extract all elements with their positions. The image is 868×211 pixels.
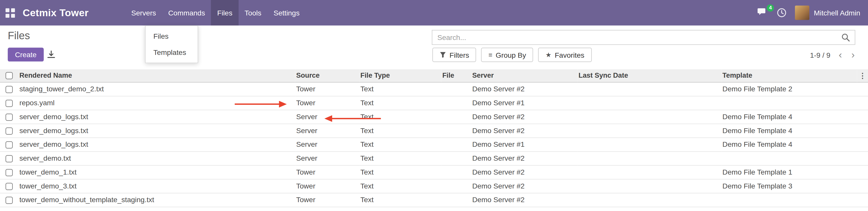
row-checkbox[interactable] <box>6 155 13 162</box>
cell-template[interactable]: Demo File Template 4 <box>721 138 857 151</box>
cell-server[interactable]: Demo Server #1 <box>471 138 577 151</box>
cell-server[interactable]: Demo Server #2 <box>471 110 577 124</box>
apps-grid-icon[interactable] <box>6 8 15 18</box>
column-header-file-type[interactable]: File Type <box>359 69 441 82</box>
cell-rendered-name[interactable]: server_demo_logs.txt <box>18 123 295 138</box>
cell-file-type[interactable]: Text <box>359 193 441 207</box>
filters-button[interactable]: Filters <box>432 48 476 62</box>
row-checkbox[interactable] <box>6 183 13 190</box>
cell-rendered-name[interactable]: repos.yaml <box>18 96 295 110</box>
column-header-template[interactable]: Template <box>721 69 857 82</box>
table-row[interactable]: staging_tower_demo_2.txtTowerTextDemo Se… <box>0 82 868 96</box>
favorites-button[interactable]: ★ Favorites <box>538 48 591 62</box>
cell-server[interactable]: Demo Server #2 <box>471 82 577 96</box>
table-row[interactable]: tower_demo_1.txtTowerTextDemo Server #2D… <box>0 165 868 179</box>
group-by-button[interactable]: ≡ Group By <box>481 48 533 62</box>
row-checkbox[interactable] <box>6 142 13 149</box>
cell-server[interactable]: Demo Server #2 <box>471 123 577 138</box>
cell-template[interactable]: Demo File Template 2 <box>721 82 857 96</box>
cell-file[interactable] <box>441 123 471 138</box>
table-row[interactable]: tower_demo_without_template_staging.txtT… <box>0 193 868 207</box>
cell-rendered-name[interactable]: tower_demo_without_template_staging.txt <box>18 193 295 207</box>
cell-file[interactable] <box>441 96 471 110</box>
cell-source[interactable]: Tower <box>295 96 359 110</box>
cell-file-type[interactable]: Text <box>359 96 441 110</box>
column-header-last-sync-date[interactable]: Last Sync Date <box>577 69 721 82</box>
menu-item-files[interactable]: Files <box>211 0 238 26</box>
export-button[interactable] <box>43 48 59 61</box>
cell-rendered-name[interactable]: server_demo.txt <box>18 151 295 165</box>
cell-source[interactable]: Server <box>295 123 359 138</box>
dropdown-item-templates[interactable]: Templates <box>146 44 198 60</box>
cell-source[interactable]: Tower <box>295 193 359 207</box>
row-checkbox[interactable] <box>6 114 13 121</box>
cell-file[interactable] <box>441 179 471 193</box>
cell-file-type[interactable]: Text <box>359 151 441 165</box>
cell-file-type[interactable]: Text <box>359 82 441 96</box>
cell-file[interactable] <box>441 138 471 151</box>
cell-server[interactable]: Demo Server #1 <box>471 96 577 110</box>
cell-template[interactable]: Demo File Template 4 <box>721 123 857 138</box>
pager-next-button[interactable]: › <box>850 50 856 60</box>
cell-server[interactable]: Demo Server #2 <box>471 193 577 207</box>
menu-item-commands[interactable]: Commands <box>162 0 211 26</box>
row-checkbox[interactable] <box>6 86 13 93</box>
cell-file[interactable] <box>441 165 471 179</box>
cell-last-sync-date[interactable] <box>577 96 721 110</box>
pager-value[interactable]: 1-9 / 9 <box>810 51 830 59</box>
cell-source[interactable]: Tower <box>295 82 359 96</box>
search-icon[interactable] <box>841 33 850 41</box>
cell-last-sync-date[interactable] <box>577 138 721 151</box>
cell-last-sync-date[interactable] <box>577 165 721 179</box>
cell-rendered-name[interactable]: staging_tower_demo_2.txt <box>18 82 295 96</box>
column-header-server[interactable]: Server <box>471 69 577 82</box>
activity-menu-button[interactable] <box>777 8 786 18</box>
app-title[interactable]: Cetmix Tower <box>23 7 89 19</box>
table-row[interactable]: server_demo_logs.txtServerTextDemo Serve… <box>0 123 868 138</box>
table-row[interactable]: server_demo.txtServerTextDemo Server #2 <box>0 151 868 165</box>
cell-rendered-name[interactable]: server_demo_logs.txt <box>18 138 295 151</box>
row-checkbox[interactable] <box>6 169 13 176</box>
cell-file-type[interactable]: Text <box>359 165 441 179</box>
cell-last-sync-date[interactable] <box>577 110 721 124</box>
create-button[interactable]: Create <box>8 48 44 61</box>
cell-template[interactable] <box>721 151 857 165</box>
messages-menu-button[interactable]: 4 <box>757 8 768 18</box>
cell-template[interactable] <box>721 193 857 207</box>
cell-server[interactable]: Demo Server #2 <box>471 151 577 165</box>
cell-template[interactable]: Demo File Template 3 <box>721 179 857 193</box>
cell-file[interactable] <box>441 110 471 124</box>
cell-last-sync-date[interactable] <box>577 193 721 207</box>
pager-previous-button[interactable]: ‹ <box>838 50 843 60</box>
cell-source[interactable]: Server <box>295 151 359 165</box>
cell-file[interactable] <box>441 193 471 207</box>
cell-file-type[interactable]: Text <box>359 138 441 151</box>
cell-template[interactable]: Demo File Template 1 <box>721 165 857 179</box>
cell-rendered-name[interactable]: tower_demo_3.txt <box>18 179 295 193</box>
cell-server[interactable]: Demo Server #2 <box>471 165 577 179</box>
cell-source[interactable]: Tower <box>295 165 359 179</box>
cell-last-sync-date[interactable] <box>577 82 721 96</box>
cell-last-sync-date[interactable] <box>577 151 721 165</box>
row-checkbox[interactable] <box>6 100 13 107</box>
cell-file-type[interactable]: Text <box>359 110 441 124</box>
row-checkbox[interactable] <box>6 127 13 134</box>
user-menu[interactable]: Mitchell Admin <box>795 6 860 20</box>
row-checkbox[interactable] <box>6 197 13 204</box>
cell-template[interactable]: Demo File Template 4 <box>721 110 857 124</box>
menu-item-servers[interactable]: Servers <box>125 0 162 26</box>
select-all-checkbox[interactable] <box>6 72 13 79</box>
cell-source[interactable]: Tower <box>295 179 359 193</box>
table-row[interactable]: repos.yamlTowerTextDemo Server #1 <box>0 96 868 110</box>
cell-file[interactable] <box>441 151 471 165</box>
column-header-source[interactable]: Source <box>295 69 359 82</box>
menu-item-settings[interactable]: Settings <box>268 0 306 26</box>
menu-item-tools[interactable]: Tools <box>239 0 268 26</box>
cell-server[interactable]: Demo Server #2 <box>471 179 577 193</box>
cell-last-sync-date[interactable] <box>577 123 721 138</box>
table-row[interactable]: server_demo_logs.txtServerTextDemo Serve… <box>0 138 868 151</box>
search-input[interactable] <box>437 33 841 41</box>
column-header-file[interactable]: File <box>441 69 471 82</box>
cell-file-type[interactable]: Text <box>359 179 441 193</box>
column-header-rendered-name[interactable]: Rendered Name <box>18 69 295 82</box>
